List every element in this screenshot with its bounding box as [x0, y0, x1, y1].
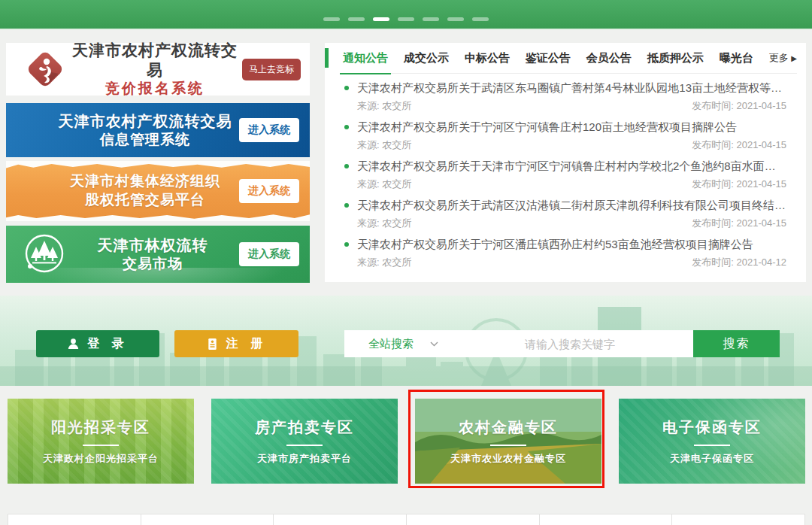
banner-line1: 天津市林权流转: [66, 235, 239, 255]
zone-title: 阳光招采专区: [51, 417, 150, 438]
tab-member-announcements[interactable]: 会员公告: [586, 43, 632, 74]
zone-divider: [286, 445, 323, 446]
footer-link-box[interactable]: [672, 514, 805, 525]
zone-divider: [490, 445, 526, 446]
zone-divider: [694, 445, 730, 446]
brand-title: 天津市农村产权流转交易: [68, 41, 242, 80]
chevron-down-icon: [430, 341, 438, 347]
register-button[interactable]: 注 册: [174, 330, 298, 357]
footer-link-box[interactable]: [407, 514, 540, 525]
news-meta: 来源: 农交所 发布时间: 2021-04-15: [357, 139, 786, 150]
bullet-icon: [344, 125, 349, 129]
news-link[interactable]: 天津农村产权交易所关于天津市宁河区宁河镇鲁庄村村内学校北2个鱼池约8亩水面经营.…: [344, 159, 786, 174]
news-source: 来源: 农交所: [357, 256, 411, 268]
news-link[interactable]: 天津农村产权交易所关于宁河区潘庄镇西孙庄村约53亩鱼池经营权项目摘牌公告: [344, 237, 786, 252]
zone-title: 房产拍卖专区: [255, 417, 354, 438]
brand-text: 天津市农村产权流转交易 竞价报名系统: [68, 41, 242, 98]
news-title: 天津农村产权交易所关于武清区东马圈镇广善村第4号林业队园地13亩土地经营权等4个…: [357, 80, 786, 96]
zone-electronic-guarantee[interactable]: 电子保函专区 天津电子保函专区: [619, 399, 805, 484]
brand-diamond-icon: [23, 47, 68, 92]
news-title: 天津农村产权交易所关于武清区汉沽港镇二街村原天津凯得利科技有限公司项目终结公告: [357, 198, 786, 213]
news-list: 天津农村产权交易所关于武清区东马圈镇广善村第4号林业队园地13亩土地经营权等4个…: [344, 80, 786, 276]
more-link[interactable]: 更多 ▶: [769, 51, 797, 65]
banner-line2: 交易市场: [66, 255, 239, 274]
zone-subtitle: 天津电子保函专区: [670, 452, 754, 466]
news-item: 天津农村产权交易所关于宁河区潘庄镇西孙庄村约53亩鱼池经营权项目摘牌公告 来源:…: [344, 237, 786, 268]
more-label: 更多: [769, 52, 789, 63]
news-item: 天津农村产权交易所关于天津市宁河区宁河镇鲁庄村村内学校北2个鱼池约8亩水面经营.…: [344, 159, 786, 190]
footer-link-box[interactable]: [8, 514, 141, 525]
banner-line2: 股权托管交易平台: [51, 191, 239, 210]
tab-winning-bid[interactable]: 中标公告: [465, 43, 510, 74]
banner-text: 天津市林权流转 交易市场: [66, 235, 239, 274]
news-date: 发布时间: 2021-04-15: [692, 178, 786, 190]
news-title: 天津农村产权交易所关于宁河区宁河镇鲁庄村120亩土地经营权项目摘牌公告: [357, 120, 737, 135]
zone-real-estate-auction[interactable]: 房产拍卖专区 天津市房产拍卖平台: [211, 399, 398, 484]
news-date: 发布时间: 2021-04-15: [692, 100, 786, 111]
user-icon: [67, 338, 80, 351]
news-date: 发布时间: 2021-04-15: [692, 217, 786, 229]
login-button[interactable]: 登 录: [36, 330, 159, 357]
banner-line1: 天津市农村产权流转交易: [51, 111, 239, 131]
go-bid-button[interactable]: 马上去竞标: [242, 59, 301, 80]
news-meta: 来源: 农交所 发布时间: 2021-04-15: [357, 178, 786, 190]
carousel-dash[interactable]: [447, 17, 464, 21]
news-source: 来源: 农交所: [357, 139, 411, 150]
news-meta: 来源: 农交所 发布时间: 2021-04-15: [357, 100, 786, 111]
tab-exposure[interactable]: 曝光台: [720, 43, 753, 74]
carousel-banner-bar: [0, 0, 812, 30]
news-item: 天津农村产权交易所关于武清区东马圈镇广善村第4号林业队园地13亩土地经营权等4个…: [344, 80, 786, 111]
banner-equity-platform[interactable]: 天津市村集体经济组织 股权托管交易平台 进入系统: [6, 161, 310, 221]
banner-info-management-system[interactable]: 天津市农村产权流转交易 信息管理系统 进入系统: [6, 103, 310, 157]
id-card-icon: [206, 338, 219, 351]
carousel-dash-active[interactable]: [373, 17, 389, 21]
zone-rural-finance[interactable]: 农村金融专区 天津市农业农村金融专区: [415, 399, 601, 484]
brand-subtitle: 竞价报名系统: [68, 80, 242, 98]
search-input[interactable]: [457, 331, 683, 357]
banner-text: 天津市村集体经济组织 股权托管交易平台: [6, 172, 239, 209]
carousel-dash[interactable]: [398, 17, 414, 21]
news-source: 来源: 农交所: [357, 178, 411, 190]
register-label: 注 册: [226, 336, 267, 352]
carousel-dash[interactable]: [323, 17, 340, 21]
zone-title: 农村金融专区: [459, 417, 558, 438]
carousel-dash[interactable]: [348, 17, 365, 21]
news-link[interactable]: 天津农村产权交易所关于武清区汉沽港镇二街村原天津凯得利科技有限公司项目终结公告: [344, 198, 786, 213]
forest-trees-icon: [23, 232, 66, 276]
carousel-indicators: [0, 17, 812, 21]
search-button[interactable]: 搜索: [693, 330, 780, 357]
tab-pledge-publicity[interactable]: 抵质押公示: [647, 43, 704, 74]
news-tab-row: 通知公告 成交公示 中标公告 鉴证公告 会员公告 抵质押公示 曝光台 更多 ▶: [343, 43, 797, 74]
zone-subtitle: 天津市农业农村金融专区: [450, 452, 566, 466]
tab-deal-publicity[interactable]: 成交公示: [404, 43, 449, 74]
enter-system-button[interactable]: 进入系统: [239, 118, 299, 142]
carousel-dash[interactable]: [472, 17, 489, 21]
news-link[interactable]: 天津农村产权交易所关于武清区东马圈镇广善村第4号林业队园地13亩土地经营权等4个…: [344, 80, 786, 96]
news-meta: 来源: 农交所 发布时间: 2021-04-15: [357, 217, 786, 229]
enter-system-button[interactable]: 进入系统: [239, 242, 299, 266]
zone-subtitle: 天津政村企阳光招采平台: [43, 452, 159, 466]
news-meta: 来源: 农交所 发布时间: 2021-04-12: [357, 256, 786, 268]
banner-line1: 天津市村集体经济组织: [51, 172, 239, 191]
search-bar: 全站搜索: [344, 330, 693, 357]
enter-system-button[interactable]: 进入系统: [239, 179, 299, 203]
zone-sunshine-procurement[interactable]: 阳光招采专区 天津政村企阳光招采平台: [8, 399, 194, 484]
footer-link-box[interactable]: [274, 514, 407, 525]
zone-divider: [83, 445, 119, 446]
news-title: 天津农村产权交易所关于天津市宁河区宁河镇鲁庄村村内学校北2个鱼池约8亩水面经营.…: [357, 159, 786, 174]
hills-landscape-illustration: [415, 399, 601, 484]
search-scope-select[interactable]: 全站搜索: [344, 337, 438, 351]
footer-link-box[interactable]: [141, 514, 274, 525]
news-link[interactable]: 天津农村产权交易所关于宁河区宁河镇鲁庄村120亩土地经营权项目摘牌公告: [344, 120, 786, 135]
footer-link-box[interactable]: [540, 514, 673, 525]
carousel-dash[interactable]: [423, 17, 439, 21]
bullet-icon: [344, 86, 349, 90]
search-scope-label: 全站搜索: [368, 337, 414, 351]
zone-subtitle: 天津市房产拍卖平台: [257, 452, 352, 466]
bullet-icon: [344, 164, 349, 168]
tab-certification[interactable]: 鉴证公告: [526, 43, 571, 74]
banner-forest-market[interactable]: 天津市林权流转 交易市场 进入系统: [6, 226, 310, 283]
tab-notice-announcements[interactable]: 通知公告: [343, 43, 388, 74]
tab-accent-bar: [325, 48, 329, 68]
brand-card: 天津市农村产权流转交易 竞价报名系统 马上去竞标: [6, 43, 310, 96]
